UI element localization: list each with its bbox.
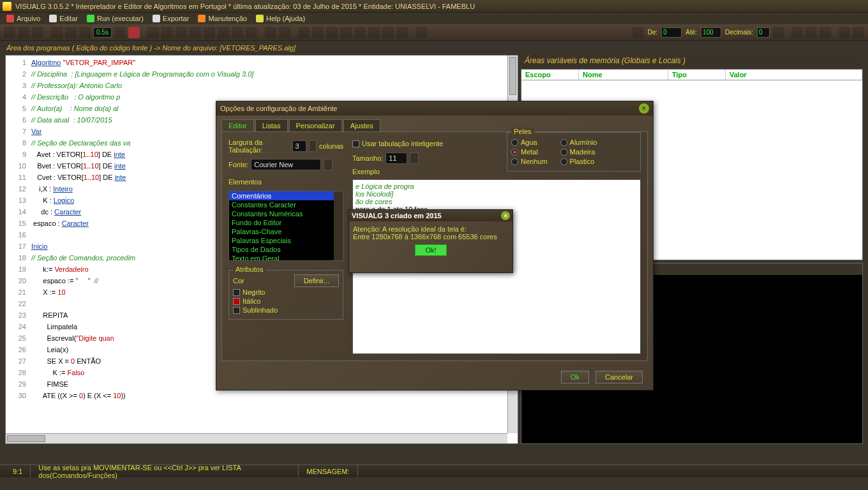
elements-listbox[interactable]: ComentáriosConstantes CaracterConstantes… (228, 191, 343, 261)
menu-arquivo[interactable]: Arquivo (3, 14, 44, 23)
ate-label: Até: (685, 29, 697, 36)
tb-t8[interactable] (298, 27, 310, 38)
skin-nenhum[interactable]: Nenhum (511, 158, 548, 165)
tb-stop[interactable] (128, 27, 140, 38)
col-nome[interactable]: Nome (579, 70, 668, 80)
tb-r2[interactable] (805, 27, 817, 38)
tb-hand[interactable] (147, 27, 159, 38)
dec-field[interactable] (757, 27, 770, 38)
alert-titlebar[interactable]: VISUALG 3 criado em 2015 ✕ (349, 210, 513, 221)
tb-t3[interactable] (176, 27, 187, 38)
tb-t15[interactable] (396, 27, 408, 38)
program-area-title: Área dos programas ( Edição do código fo… (0, 41, 868, 55)
skin-agua[interactable]: Agua (511, 138, 548, 146)
dec-label: Decimais: (725, 29, 753, 36)
skin-metal[interactable]: Metal (511, 148, 548, 156)
dialog-cancel-button[interactable]: Cancelar (595, 371, 643, 383)
tb-t10[interactable] (326, 27, 338, 38)
element-item[interactable]: Constantes Numéricas (229, 209, 343, 218)
app-icon (3, 2, 11, 11)
timer-field[interactable]: 0.5s (93, 27, 112, 38)
skin-alumínio[interactable]: Alumínio (560, 138, 597, 146)
menu-help[interactable]: Help (Ajuda) (252, 14, 309, 23)
tab-listas[interactable]: Listas (255, 119, 288, 131)
tb-t9[interactable] (312, 27, 324, 38)
italico-check[interactable]: Itálico (233, 297, 339, 305)
tab-ajustes[interactable]: Ajustes (343, 119, 380, 131)
tb-t7[interactable] (279, 27, 290, 38)
tb-t13[interactable] (368, 27, 380, 38)
dialog-titlebar[interactable]: Opções de configuração de Ambiênte ✕ (216, 101, 653, 115)
tb-t4[interactable] (232, 27, 243, 38)
menu-editar[interactable]: Editar (45, 14, 82, 23)
tb-print[interactable] (65, 27, 77, 38)
tabwidth-field[interactable] (292, 140, 306, 152)
element-item[interactable]: Constantes Caracter (229, 200, 343, 209)
tb-t14[interactable] (382, 27, 394, 38)
tb-open[interactable] (18, 27, 29, 38)
element-item[interactable]: Comentários (229, 191, 343, 200)
size-spin[interactable] (410, 152, 419, 164)
code-line[interactable]: 3// Professor(a): Antonio Carlo (6, 80, 518, 91)
size-field[interactable] (385, 152, 407, 164)
tb-paste[interactable] (218, 27, 229, 38)
menu-exportar[interactable]: Exportar (149, 14, 193, 23)
tab-personalizar[interactable]: Personalizar (289, 119, 342, 131)
ate-field[interactable] (701, 27, 721, 38)
col-escopo[interactable]: Escopo (521, 70, 579, 80)
col-valor[interactable]: Valor (726, 70, 862, 80)
skin-plastico[interactable]: Plastico (560, 158, 597, 165)
dialog-close-icon[interactable]: ✕ (639, 103, 649, 114)
tab-editor[interactable]: Editor (221, 119, 254, 131)
tb-arrow[interactable] (114, 27, 126, 38)
tb-r3[interactable] (819, 27, 831, 38)
menu-run[interactable]: Run (executar) (83, 14, 147, 23)
tb-wand[interactable] (632, 27, 644, 38)
list-scroll[interactable] (334, 191, 343, 260)
tb-r4[interactable] (839, 27, 850, 38)
tabwidth-spin[interactable] (309, 140, 317, 152)
tb-t6[interactable] (265, 27, 276, 38)
element-item[interactable]: Tipos de Dados (229, 245, 343, 254)
col-tipo[interactable]: Tipo (668, 70, 726, 80)
negrito-check[interactable]: Negrito (233, 288, 339, 296)
font-spin[interactable] (324, 159, 333, 170)
statusbar: 9:1 Use as setas pra MOVIMENTAR-SE ou <<… (0, 464, 868, 477)
element-item[interactable]: Fundo do Editor (229, 218, 343, 227)
de-field[interactable] (661, 27, 682, 38)
dialog-ok-button[interactable]: Ok (561, 371, 589, 383)
tb-new[interactable] (4, 27, 15, 38)
definir-button[interactable]: Definir... (294, 274, 339, 287)
alert-close-icon[interactable]: ✕ (501, 211, 510, 220)
tb-copy[interactable] (204, 27, 215, 38)
element-item[interactable]: Texto em Geral (229, 254, 343, 261)
sublinhado-check[interactable]: Sublinhado (233, 306, 339, 314)
element-item[interactable]: Palavras Especiais (229, 236, 343, 245)
toolbar: 0.5s De: Até: Decimais: (0, 24, 868, 41)
code-line[interactable]: 2// Disciplina : [Linguagem e Lógica de … (6, 68, 518, 80)
tb-spin[interactable] (772, 27, 784, 38)
editor-hscroll[interactable] (6, 433, 507, 443)
tb-t16[interactable] (415, 27, 427, 38)
elementos-label: Elementos (228, 178, 343, 186)
alert-ok-button[interactable]: Ok! (415, 244, 447, 256)
tb-cut[interactable] (190, 27, 201, 38)
tb-t2[interactable] (161, 27, 173, 38)
font-field[interactable] (251, 159, 321, 170)
smarttab-check[interactable]: Usar tabulação inteligente (352, 140, 443, 147)
code-line[interactable]: 1Algoritmo "VETOR_PAR_IMPAR" (6, 57, 518, 68)
tb-clock[interactable] (79, 27, 91, 38)
code-line[interactable]: 30 ATE ((X >= 0) E (X <= 10)) (6, 390, 518, 401)
status-msg: MENSAGEM: (299, 465, 357, 477)
menu-manutencao[interactable]: Manutenção (194, 14, 251, 23)
element-item[interactable]: Palavras-Chave (229, 227, 343, 236)
tb-t5[interactable] (246, 27, 257, 38)
tb-page[interactable] (51, 27, 63, 38)
tb-t11[interactable] (340, 27, 352, 38)
skin-madeira[interactable]: Madeira (560, 148, 597, 156)
tb-r1[interactable] (791, 27, 803, 38)
tb-save[interactable] (32, 27, 43, 38)
tb-r5[interactable] (853, 27, 864, 38)
tb-t12[interactable] (354, 27, 366, 38)
vars-header: Escopo Nome Tipo Valor (521, 70, 862, 80)
